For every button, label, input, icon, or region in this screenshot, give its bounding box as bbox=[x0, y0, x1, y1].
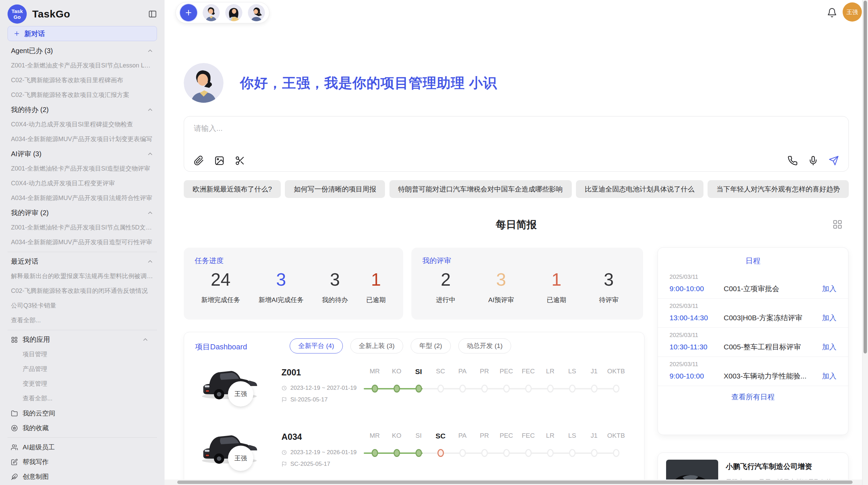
milestone-dot[interactable] bbox=[437, 449, 444, 457]
sidebar-app-item[interactable]: 变更管理 bbox=[11, 376, 154, 391]
milestone-dot[interactable] bbox=[394, 385, 400, 393]
milestone-dot[interactable] bbox=[372, 449, 378, 457]
milestone-dot[interactable] bbox=[525, 385, 532, 393]
agent-avatar-2[interactable] bbox=[225, 4, 242, 21]
milestone-cell bbox=[430, 445, 451, 457]
stat-item: 3待评审 bbox=[599, 270, 618, 304]
new-chat-button[interactable]: 新对话 bbox=[8, 26, 157, 41]
vertical-scrollbar[interactable] bbox=[862, 0, 868, 485]
sidebar-section-header[interactable]: 我的评审 (2) bbox=[11, 206, 154, 220]
dashboard-tab[interactable]: 全新上装 (3) bbox=[350, 338, 403, 353]
sidebar-app-item[interactable]: 项目管理 bbox=[11, 347, 154, 362]
sidebar-section-header[interactable]: 我的待办 (2) bbox=[11, 102, 154, 117]
milestone-cell bbox=[605, 445, 627, 457]
agent-avatar-3[interactable] bbox=[248, 4, 265, 21]
sidebar-item[interactable]: 解释最新出台的欧盟报废车法规再生塑料比例被调至15%... bbox=[11, 269, 154, 284]
microphone-icon[interactable] bbox=[808, 156, 818, 166]
image-upload-icon[interactable] bbox=[214, 156, 225, 166]
sidebar-item[interactable]: Z001-全新燃油皮卡产品开发项目SI节点Lesson Learn报告 bbox=[11, 58, 154, 73]
sidebar-tool-edit[interactable]: 帮我写作 bbox=[11, 455, 154, 469]
milestone-dot[interactable] bbox=[415, 385, 422, 393]
milestone-label: MR bbox=[364, 432, 386, 440]
brief-layout-grid-icon[interactable] bbox=[832, 219, 843, 229]
vertical-scrollbar-thumb[interactable] bbox=[864, 1, 867, 353]
milestone-dot[interactable] bbox=[459, 449, 466, 457]
sidebar-tool-feather[interactable]: 创意制图 bbox=[11, 469, 154, 484]
join-button[interactable]: 加入 bbox=[822, 284, 836, 294]
collapse-sidebar-icon[interactable] bbox=[148, 10, 157, 18]
milestone-dot[interactable] bbox=[394, 449, 400, 457]
notification-bell-icon[interactable] bbox=[827, 8, 837, 18]
milestone-dot[interactable] bbox=[591, 385, 598, 393]
dashboard-tab[interactable]: 年型 (2) bbox=[411, 338, 451, 353]
sidebar-item[interactable]: 查看全部... bbox=[11, 313, 154, 328]
sidebar-section-my-apps[interactable]: 我的应用 bbox=[11, 332, 154, 347]
join-button[interactable]: 加入 bbox=[822, 342, 836, 352]
suggestion-chip[interactable]: 如何写一份清晰的项目周报 bbox=[285, 180, 385, 198]
join-button[interactable]: 加入 bbox=[822, 313, 836, 323]
sidebar-item[interactable]: C02-飞腾新能源轻客改款项目里程碑画布 bbox=[11, 73, 154, 88]
milestone-dot[interactable] bbox=[569, 449, 576, 457]
attachment-icon[interactable] bbox=[194, 156, 204, 166]
sidebar-tool-users[interactable]: AI超级员工 bbox=[11, 440, 154, 455]
schedule-name: C003|H0B-方案冻结评审 bbox=[724, 313, 818, 323]
agent-avatar-1[interactable] bbox=[203, 4, 220, 21]
horizontal-scrollbar-thumb[interactable] bbox=[177, 481, 853, 484]
join-button[interactable]: 加入 bbox=[822, 371, 836, 381]
sidebar-item[interactable]: C0X4-动力总成开发项目SI里程碑提交物检查 bbox=[11, 117, 154, 132]
sidebar-section-header[interactable]: 最近对话 bbox=[11, 254, 154, 269]
dashboard-tab[interactable]: 动总开发 (1) bbox=[458, 338, 511, 353]
stat-item: 1已逾期 bbox=[366, 270, 386, 304]
suggestion-chip[interactable]: 当下年轻人对汽车外观有怎样的喜好趋势 bbox=[708, 180, 849, 198]
sidebar-item[interactable]: A034-全新新能源MUV产品开发项目法规符合性评审 bbox=[11, 191, 154, 206]
milestone-dot[interactable] bbox=[459, 385, 466, 393]
sidebar-item[interactable]: Z001-全新燃油轻卡产品开发项目SI节点属性5D文件评审 bbox=[11, 220, 154, 235]
milestone-dot[interactable] bbox=[613, 449, 619, 457]
view-all-schedule-link[interactable]: 查看所有日程 bbox=[658, 392, 848, 402]
sidebar-item[interactable]: C02-飞腾新能源轻客改款项目的闭环通告反馈情况 bbox=[11, 284, 154, 298]
milestone-label: PR bbox=[473, 368, 495, 376]
milestone-label: J1 bbox=[583, 368, 605, 376]
sidebar-link-folder[interactable]: 我的云空间 bbox=[11, 406, 154, 421]
milestone-dot[interactable] bbox=[547, 449, 554, 457]
sidebar-section-header[interactable]: AI评审 (3) bbox=[11, 147, 154, 161]
milestone-dot[interactable] bbox=[503, 449, 510, 457]
milestone-dot[interactable] bbox=[591, 449, 598, 457]
sidebar-item[interactable]: 公司Q3轻卡销量 bbox=[11, 298, 154, 313]
daily-brief-title: 每日简报 bbox=[184, 218, 849, 232]
sidebar-app-item[interactable]: 产品管理 bbox=[11, 362, 154, 376]
sidebar-item[interactable]: Z001-全新燃油轻卡产品开发项目SI造型提交物评审 bbox=[11, 161, 154, 176]
suggestion-chip[interactable]: 特朗普可能对进口汽车增税会对中国车企造成哪些影响 bbox=[389, 180, 572, 198]
milestone-dot[interactable] bbox=[525, 449, 532, 457]
user-avatar[interactable]: 王强 bbox=[843, 2, 862, 22]
horizontal-scrollbar[interactable] bbox=[165, 480, 862, 485]
sidebar-item[interactable]: C0X4-动力总成开发项目工程变更评审 bbox=[11, 176, 154, 191]
sidebar-section-label: 我的待办 (2) bbox=[11, 105, 49, 114]
milestone-dot[interactable] bbox=[547, 385, 554, 393]
milestone-dot[interactable] bbox=[613, 385, 619, 393]
chat-input[interactable] bbox=[194, 124, 742, 133]
stat-label: 进行中 bbox=[436, 296, 456, 304]
milestone-label: PEC bbox=[495, 432, 517, 440]
sidebar-item[interactable]: A034-全新新能源MUV产品开发项目造型可行性评审 bbox=[11, 235, 154, 250]
dashboard-tab[interactable]: 全新平台 (4) bbox=[290, 338, 343, 353]
sidebar-section-header[interactable]: Agent已办 (3) bbox=[11, 43, 154, 58]
sidebar-item[interactable]: C02-飞腾新能源轻客改款项目立项汇报方案 bbox=[11, 88, 154, 102]
sidebar-item[interactable]: A034-全新新能源MUV产品开发项目计划变更表编写 bbox=[11, 132, 154, 147]
voice-call-icon[interactable] bbox=[787, 156, 798, 166]
screenshot-scissors-icon[interactable] bbox=[235, 156, 245, 166]
milestone-dot[interactable] bbox=[481, 449, 488, 457]
milestone-dot[interactable] bbox=[481, 385, 488, 393]
send-icon[interactable] bbox=[829, 156, 839, 166]
milestone-dot[interactable] bbox=[372, 385, 378, 393]
sidebar-link-star[interactable]: 我的收藏 bbox=[11, 421, 154, 435]
add-agent-button[interactable] bbox=[180, 4, 197, 21]
milestone-dot[interactable] bbox=[437, 385, 444, 393]
stat-value: 1 bbox=[552, 270, 562, 289]
sidebar-app-item[interactable]: 查看全部... bbox=[11, 391, 154, 406]
milestone-dot[interactable] bbox=[569, 385, 576, 393]
milestone-dot[interactable] bbox=[415, 449, 422, 457]
milestone-dot[interactable] bbox=[503, 385, 510, 393]
suggestion-chip[interactable]: 欧洲新规最近颁布了什么? bbox=[184, 180, 281, 198]
suggestion-chip[interactable]: 比亚迪全固态电池计划具体说了什么 bbox=[576, 180, 703, 198]
